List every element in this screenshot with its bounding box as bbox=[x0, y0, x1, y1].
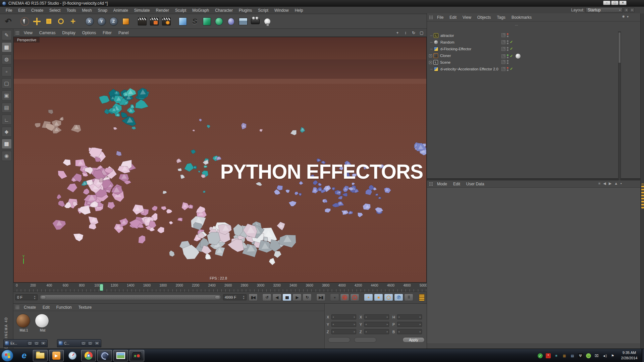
viewport-menu-filter[interactable]: Filter bbox=[99, 29, 115, 36]
material-menu-edit[interactable]: Edit bbox=[39, 304, 53, 311]
material-preview-sphere[interactable] bbox=[16, 314, 30, 328]
system-clock[interactable]: 9:35 AM 2/28/2014 bbox=[617, 350, 641, 361]
frame-range-slider[interactable] bbox=[40, 295, 221, 300]
side-tab[interactable] bbox=[641, 184, 644, 208]
live-selection-icon[interactable] bbox=[19, 16, 30, 27]
enable-checkmark[interactable]: ✓ bbox=[510, 47, 514, 51]
menu-mograph[interactable]: MoGraph bbox=[189, 7, 212, 14]
zoom-view-icon[interactable]: ↕ bbox=[402, 30, 409, 36]
menu-edit[interactable]: Edit bbox=[15, 7, 28, 14]
material-swatch[interactable]: Mat bbox=[35, 314, 50, 332]
render-settings-icon[interactable] bbox=[161, 16, 172, 27]
mini-maximize-button[interactable]: ▢ bbox=[88, 341, 93, 346]
editor-visibility-icon[interactable] bbox=[501, 54, 505, 58]
menu-render[interactable]: Render bbox=[153, 7, 172, 14]
object-row-d-velocity-acceleration-effector-2-0[interactable]: ─d-velocity~Acceleration Effector 2.0✓ bbox=[427, 66, 541, 72]
coord-field-y-1[interactable]: ◂▸ bbox=[364, 322, 389, 327]
chart-tray-icon[interactable]: ▥ bbox=[562, 353, 567, 358]
mini-window-2[interactable]: C...▢▢✕ bbox=[57, 339, 101, 347]
material-tag-icon[interactable] bbox=[515, 53, 521, 59]
material-preview-sphere[interactable] bbox=[35, 314, 49, 328]
editor-visibility-icon[interactable] bbox=[501, 67, 505, 71]
workplane-icon[interactable]: ∟ bbox=[2, 115, 12, 125]
photo-viewer-icon[interactable] bbox=[113, 350, 128, 361]
record-rotation-toggle[interactable]: ◯ bbox=[384, 294, 393, 301]
position-dropdown[interactable] bbox=[328, 337, 350, 343]
goto-start-button[interactable]: ▮◀ bbox=[249, 294, 258, 301]
coord-field-z-1[interactable]: ◂▸ bbox=[364, 329, 389, 334]
polygons-mode-icon[interactable]: ▤ bbox=[2, 103, 12, 113]
coord-field-p-2[interactable]: ◂▸ bbox=[397, 322, 422, 327]
object-manager-menu-file[interactable]: File bbox=[434, 14, 446, 21]
flag-tray-icon[interactable]: ⚑ bbox=[610, 353, 615, 358]
attribute-manager-menu-user-data[interactable]: User Data bbox=[463, 181, 487, 187]
object-manager-menu-objects[interactable]: Objects bbox=[474, 14, 494, 21]
android-tray-icon[interactable]: ☺ bbox=[586, 353, 591, 358]
chrome-icon[interactable] bbox=[81, 350, 96, 361]
expand-icon[interactable]: + bbox=[429, 54, 432, 57]
size-dropdown[interactable] bbox=[354, 337, 376, 343]
snowflake-tray-icon[interactable]: ✳ bbox=[554, 353, 559, 358]
history-back-icon[interactable]: ◀ bbox=[603, 181, 606, 186]
apply-button[interactable]: Apply bbox=[402, 337, 425, 343]
coord-field-z-0[interactable]: ◂▸ bbox=[331, 329, 356, 334]
record-position-toggle[interactable]: + bbox=[364, 294, 373, 301]
enable-checkmark[interactable]: ✓ bbox=[510, 54, 514, 58]
visibility-dots[interactable] bbox=[507, 33, 508, 37]
attribute-manager-menu-mode[interactable]: Mode bbox=[434, 181, 450, 187]
viewport-menu-view[interactable]: View bbox=[20, 29, 36, 36]
mini-close-button[interactable]: ✕ bbox=[41, 341, 46, 346]
magnet-tool-icon[interactable]: ◉ bbox=[2, 151, 12, 161]
menu-simulate[interactable]: Simulate bbox=[131, 7, 153, 14]
keyframe-selection-button[interactable]: ? bbox=[350, 294, 359, 301]
y-axis-button[interactable]: Y bbox=[96, 16, 107, 27]
mini-window-1[interactable]: Ex...▢▢✕ bbox=[3, 339, 48, 347]
x-axis-button[interactable]: X bbox=[84, 16, 95, 27]
object-row-cloner[interactable]: +Cloner✓ bbox=[427, 52, 541, 59]
rotate-tool-icon[interactable] bbox=[55, 16, 66, 27]
make-editable-icon[interactable]: ✎ bbox=[2, 30, 12, 40]
autokey-button[interactable]: ◉ bbox=[340, 294, 349, 301]
viewport-menu-panel[interactable]: Panel bbox=[115, 29, 132, 36]
panel-grip-icon[interactable] bbox=[429, 182, 433, 186]
deformer-icon[interactable] bbox=[225, 16, 236, 27]
coord-field-b-2[interactable]: ◂▸ bbox=[397, 329, 422, 334]
play-forward-button[interactable]: ↻ bbox=[303, 294, 312, 301]
texture-mode-icon[interactable]: ◍ bbox=[2, 54, 12, 64]
expand-icon[interactable]: + bbox=[429, 61, 432, 64]
media-player-icon[interactable]: ▶ bbox=[49, 350, 64, 361]
mini-restore-button[interactable]: ▢ bbox=[27, 341, 33, 346]
last-tool-icon[interactable]: + bbox=[67, 16, 78, 27]
volume-tray-icon[interactable]: ◄) bbox=[602, 353, 607, 358]
menu-sculpt[interactable]: Sculpt bbox=[172, 7, 189, 14]
pan-view-icon[interactable]: + bbox=[394, 30, 400, 36]
panel-options-icon[interactable]: ✱ bbox=[622, 15, 625, 18]
coord-field-x-1[interactable]: ◂▸ bbox=[364, 314, 389, 319]
coord-field-y-0[interactable]: ◂▸ bbox=[331, 322, 356, 327]
undo-icon[interactable]: ↶ bbox=[3, 16, 14, 27]
simulate-icon[interactable] bbox=[213, 16, 224, 27]
rotate-view-icon[interactable]: ↻ bbox=[411, 30, 417, 36]
next-frame-button[interactable]: ▶ bbox=[292, 294, 302, 301]
show-desktop-button[interactable] bbox=[642, 349, 644, 362]
menu-create[interactable]: Create bbox=[28, 7, 46, 14]
current-frame-field[interactable]: 0 F ▲▼ bbox=[15, 294, 38, 300]
axis-tool-icon[interactable]: ◆ bbox=[2, 127, 12, 137]
usb-tray-icon[interactable]: Ψ bbox=[578, 353, 583, 358]
red-app-tray-icon[interactable]: * bbox=[546, 353, 551, 358]
material-swatch[interactable]: Mat.1 bbox=[16, 314, 32, 332]
record-keyframe-button[interactable]: ● bbox=[330, 294, 339, 301]
mini-close-button[interactable]: ✕ bbox=[94, 341, 100, 346]
uv-mode-icon[interactable]: ▫ bbox=[2, 66, 12, 76]
object-row-scene[interactable]: +LScene bbox=[427, 59, 541, 66]
explorer-icon[interactable] bbox=[33, 350, 48, 361]
scale-tool-icon[interactable] bbox=[43, 16, 54, 27]
editor-visibility-icon[interactable] bbox=[501, 47, 505, 51]
enable-checkmark[interactable]: ✓ bbox=[510, 67, 514, 71]
object-row-random[interactable]: ─Random✓ bbox=[427, 39, 541, 46]
up-arrow-icon[interactable]: ▲ bbox=[614, 181, 618, 186]
menu-file[interactable]: File bbox=[3, 7, 15, 14]
frame-stepper[interactable]: ▲▼ bbox=[34, 295, 36, 300]
visibility-dots[interactable] bbox=[507, 60, 508, 64]
material-menu-function[interactable]: Function bbox=[53, 304, 75, 311]
